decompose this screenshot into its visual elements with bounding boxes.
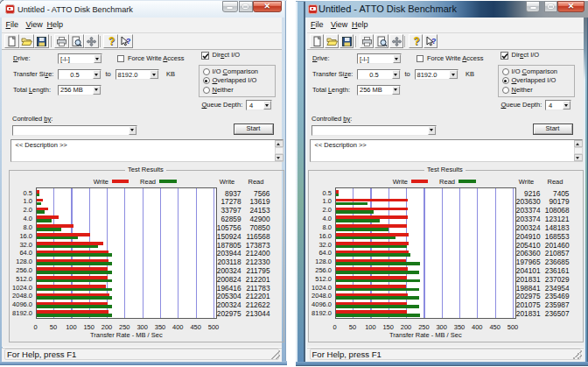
svg-text:?: ? [126, 37, 131, 46]
svg-text:?: ? [431, 37, 437, 46]
